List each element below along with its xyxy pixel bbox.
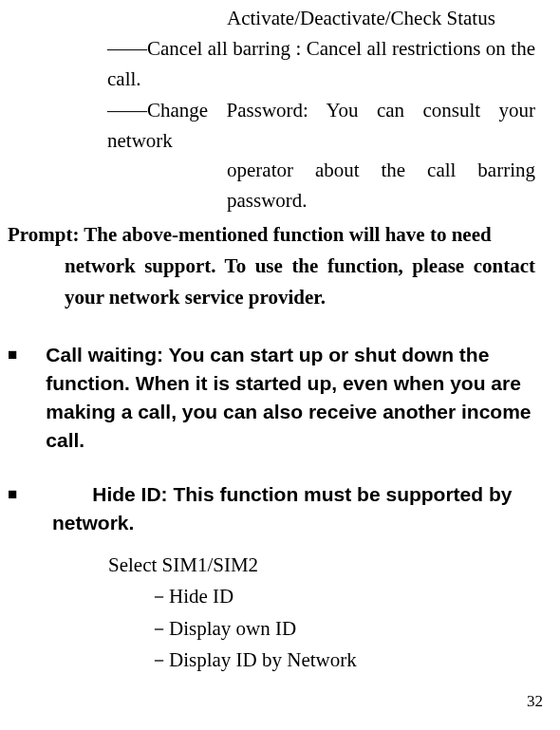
- prompt-line1: Prompt: The above-mentioned function wil…: [0, 219, 535, 251]
- status-line: Activate/Deactivate/Check Status: [0, 4, 535, 32]
- document-content: Activate/Deactivate/Check Status ――Cance…: [0, 0, 535, 676]
- change-password-line2: operator about the call barring password…: [0, 156, 535, 215]
- option-display-own: －Display own ID: [0, 614, 535, 645]
- call-waiting-text: Call waiting: You can start up or shut d…: [46, 341, 535, 454]
- prompt-line2: network support. To use the function, pl…: [0, 251, 535, 312]
- bullet-icon: ■: [8, 344, 17, 454]
- hide-id-bullet: ■ Hide ID: This function must be support…: [8, 480, 535, 537]
- select-sim: Select SIM1/SIM2: [0, 551, 535, 581]
- bullet-icon: ■: [8, 483, 17, 509]
- hide-id-section: ■ Hide ID: This function must be support…: [0, 480, 535, 537]
- page-number: 32: [527, 692, 543, 711]
- option-display-network: －Display ID by Network: [0, 646, 535, 676]
- call-waiting-bullet: ■ Call waiting: You can start up or shut…: [8, 341, 535, 454]
- call-waiting-section: ■ Call waiting: You can start up or shut…: [0, 341, 535, 454]
- change-password-line1: ――Change Password: You can consult your …: [0, 96, 535, 156]
- hide-id-text-2: network.: [8, 509, 535, 537]
- cancel-barring-item: ――Cancel all barring : Cancel all restri…: [0, 34, 535, 94]
- hide-id-text-1: Hide ID: This function must be supported…: [92, 480, 512, 509]
- option-hide-id: －Hide ID: [0, 582, 535, 612]
